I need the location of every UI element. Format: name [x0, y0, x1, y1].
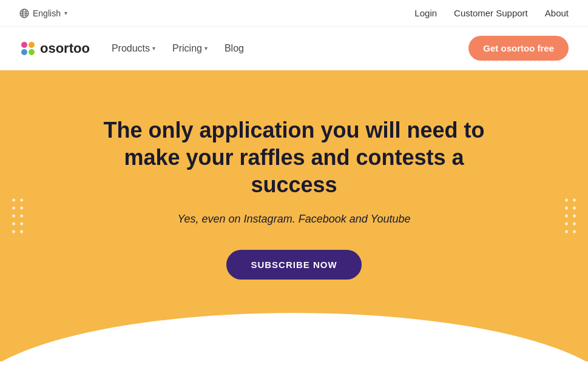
get-osortoo-free-button[interactable]: Get osortoo free: [468, 36, 569, 61]
products-nav-link[interactable]: Products ▾: [112, 43, 155, 54]
login-link[interactable]: Login: [414, 8, 437, 18]
svg-point-8: [29, 49, 35, 55]
svg-point-6: [29, 42, 35, 48]
logo-text: osortoo: [40, 41, 90, 56]
svg-point-7: [21, 49, 27, 55]
top-bar-links: Login Customer Support About: [414, 8, 569, 18]
about-link[interactable]: About: [545, 8, 569, 18]
logo[interactable]: osortoo: [19, 40, 90, 57]
language-selector[interactable]: English ▾: [19, 8, 67, 18]
hero-section: The only application you will need to ma…: [0, 70, 588, 361]
pricing-nav-link[interactable]: Pricing ▾: [172, 43, 208, 54]
nav-left: osortoo Products ▾ Pricing ▾ Blog: [19, 40, 244, 57]
dots-right: [565, 199, 576, 233]
main-nav: osortoo Products ▾ Pricing ▾ Blog Get os…: [0, 27, 588, 70]
hero-subtitle: Yes, even on Instagram. Facebook and You…: [178, 213, 411, 226]
globe-icon: [19, 8, 29, 18]
language-label: English: [33, 8, 61, 18]
nav-links: Products ▾ Pricing ▾ Blog: [112, 43, 244, 54]
logo-icon: [19, 40, 36, 57]
dots-left: [12, 199, 23, 233]
chevron-down-icon: ▾: [64, 10, 67, 16]
svg-point-5: [21, 42, 27, 48]
hero-title: The only application you will need to ma…: [88, 116, 501, 198]
pricing-chevron-icon: ▾: [204, 45, 208, 52]
top-bar: English ▾ Login Customer Support About: [0, 0, 588, 27]
subscribe-now-button[interactable]: SUBSCRIBE NOW: [226, 250, 361, 280]
products-chevron-icon: ▾: [152, 45, 155, 52]
customer-support-link[interactable]: Customer Support: [454, 8, 528, 18]
blog-nav-link[interactable]: Blog: [225, 43, 244, 54]
